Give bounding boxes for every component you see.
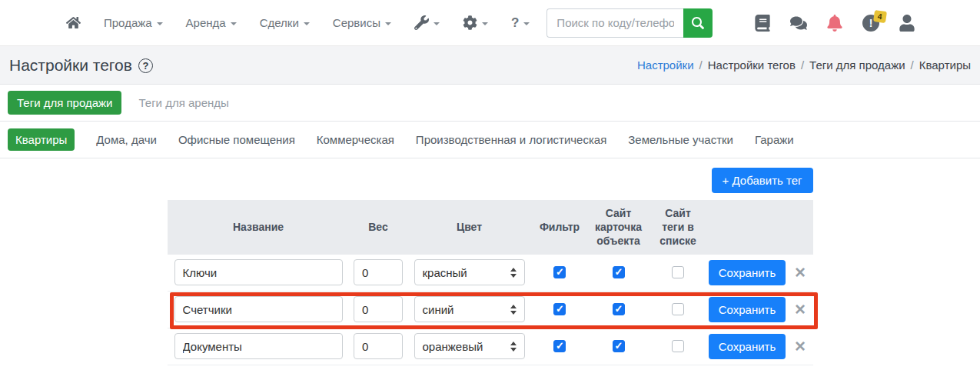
menu-item-deals[interactable]: Сделки (260, 16, 310, 29)
breadcrumb-item: Квартиры (919, 58, 971, 72)
breadcrumb-separator: / (699, 58, 703, 72)
gear-icon (463, 15, 477, 30)
tag-color-select[interactable]: красный (414, 259, 525, 285)
breadcrumb-item: Настройки тегов (708, 58, 796, 72)
tab-industrial[interactable]: Производственная и логистическая (416, 133, 606, 146)
home-icon (66, 15, 81, 30)
tab-houses[interactable]: Дома, дачи (96, 133, 157, 146)
tab-land[interactable]: Земельные участки (628, 133, 733, 146)
chevron-down-icon (523, 22, 530, 25)
tab-apartments[interactable]: Квартиры (8, 128, 75, 151)
menu-label: Аренда (186, 16, 226, 29)
chevron-down-icon (231, 22, 237, 25)
top-navbar: Продажа Аренда Сделки Сервисы ? (0, 0, 980, 46)
table-row: синий Сохранить × (168, 292, 813, 328)
site-card-checkbox[interactable] (613, 303, 625, 315)
menu-item-services[interactable]: Сервисы (333, 16, 391, 29)
selected-color: оранжевый (423, 340, 483, 353)
breadcrumb-separator: / (911, 58, 914, 72)
col-header-filter: Фильтр (532, 214, 588, 240)
site-list-checkbox[interactable] (672, 303, 684, 315)
chevron-down-icon (482, 22, 488, 25)
col-header-color: Цвет (407, 214, 532, 240)
table-header-row: Название Вес Цвет Фильтр Сайт карточка о… (168, 200, 813, 255)
save-button[interactable]: Сохранить (709, 297, 786, 322)
breadcrumb-item: Теги для продажи (809, 58, 905, 72)
tab-commercial[interactable]: Коммерческая (317, 133, 394, 146)
site-card-checkbox[interactable] (613, 340, 625, 352)
col-header-site-card: Сайт карточка объекта (588, 200, 649, 255)
help-icon: ? (511, 15, 519, 31)
site-list-checkbox[interactable] (672, 266, 684, 278)
tag-weight-input[interactable] (354, 333, 403, 359)
alerts-button[interactable]: ! 4 (862, 15, 879, 32)
tag-name-input[interactable] (174, 333, 343, 359)
table-toolbar: + Добавить тег (168, 168, 813, 193)
search-input[interactable] (546, 8, 683, 38)
main-menu: Продажа Аренда Сделки Сервисы ? (66, 15, 530, 31)
select-arrows-icon (510, 268, 517, 278)
page-title-text: Настройки тегов (9, 56, 132, 75)
tag-name-input[interactable] (174, 259, 343, 285)
tag-weight-input[interactable] (354, 259, 403, 285)
filter-checkbox[interactable] (553, 303, 566, 315)
site-card-checkbox[interactable] (613, 266, 625, 278)
add-tag-button[interactable]: + Добавить тег (712, 168, 813, 193)
search-icon (692, 17, 704, 29)
save-button[interactable]: Сохранить (709, 334, 786, 359)
breadcrumb: Настройки / Настройки тегов / Теги для п… (637, 58, 971, 72)
tab-offices[interactable]: Офисные помещения (178, 133, 295, 146)
breadcrumb-link-settings[interactable]: Настройки (637, 58, 694, 72)
menu-label: Сделки (260, 16, 299, 29)
wrench-icon (414, 15, 429, 30)
table-row: оранжевый Сохранить × (168, 328, 813, 365)
tools-menu[interactable] (414, 15, 440, 30)
home-menu-item[interactable] (66, 15, 81, 30)
navbar-right-icons: ! 4 (754, 15, 915, 32)
selected-color: красный (423, 266, 467, 279)
tab-garages[interactable]: Гаражи (755, 133, 794, 146)
category-tabs: Квартиры Дома, дачи Офисные помещения Ко… (0, 122, 980, 158)
tag-color-select[interactable]: оранжевый (414, 333, 525, 359)
menu-item-sales[interactable]: Продажа (104, 16, 163, 29)
page-header: Настройки тегов ? Настройки / Настройки … (0, 46, 980, 85)
delete-tag-icon[interactable]: × (795, 300, 806, 318)
tag-color-select[interactable]: синий (414, 296, 525, 322)
settings-menu[interactable] (463, 15, 488, 30)
chevron-down-icon (157, 22, 163, 25)
select-arrows-icon (510, 305, 517, 315)
chevron-down-icon (434, 22, 440, 25)
alert-count-badge: 4 (873, 9, 886, 22)
table-row: красный Сохранить × (168, 255, 813, 292)
bell-icon[interactable] (826, 15, 843, 32)
save-button[interactable]: Сохранить (709, 260, 786, 285)
page-help-icon[interactable]: ? (138, 58, 153, 73)
site-list-checkbox[interactable] (672, 340, 684, 352)
filter-checkbox[interactable] (553, 340, 566, 352)
search-button[interactable] (683, 8, 713, 38)
delete-tag-icon[interactable]: × (795, 337, 806, 355)
tab-sale-tags[interactable]: Теги для продажи (8, 91, 121, 115)
chat-icon[interactable] (790, 15, 807, 32)
primary-tabs: Теги для продажи Теги для аренды (0, 85, 980, 122)
user-icon[interactable] (899, 15, 915, 32)
selected-color: синий (423, 303, 454, 316)
filter-checkbox[interactable] (553, 266, 566, 278)
tab-rent-tags[interactable]: Теги для аренды (138, 96, 228, 109)
page-title: Настройки тегов ? (9, 56, 153, 75)
content-area: + Добавить тег Название Вес Цвет Фильтр … (0, 158, 980, 365)
breadcrumb-separator: / (801, 58, 804, 72)
chevron-down-icon (304, 22, 310, 25)
delete-tag-icon[interactable]: × (795, 263, 806, 282)
col-header-actions (707, 221, 788, 233)
journal-icon[interactable] (754, 15, 771, 32)
search-group (546, 8, 713, 38)
col-header-weight: Вес (350, 214, 407, 240)
menu-item-rent[interactable]: Аренда (186, 16, 237, 29)
tag-name-input[interactable] (174, 296, 343, 322)
col-header-site-list: Сайт теги в списке (649, 200, 707, 255)
help-menu[interactable]: ? (511, 15, 530, 31)
select-arrows-icon (510, 342, 517, 352)
tag-weight-input[interactable] (354, 296, 403, 322)
menu-label: Сервисы (333, 16, 380, 29)
